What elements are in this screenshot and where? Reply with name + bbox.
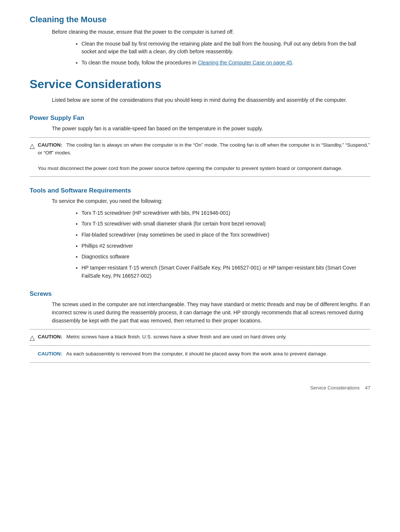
caution-body-1: The cooling fan is always on when the co…	[38, 142, 370, 155]
caution-box-2: △ CAUTION: Metric screws have a black fi…	[30, 329, 370, 346]
list-item: To clean the mouse body, follow the proc…	[81, 59, 370, 67]
service-considerations-heading: Service Considerations	[30, 77, 370, 91]
service-considerations-intro: Listed below are some of the considerati…	[52, 96, 370, 104]
caution-box-3: △ CAUTION: As each subassembly is remove…	[30, 350, 370, 363]
bullet2-prefix: To clean the mouse body, follow the proc…	[81, 60, 198, 66]
list-item: Flat-bladed screwdriver (may sometimes b…	[81, 231, 370, 239]
caution-body-3	[64, 351, 66, 357]
power-supply-fan-description: The power supply fan is a variable-speed…	[52, 125, 370, 133]
caution-text-3: CAUTION: As each subassembly is removed …	[38, 350, 327, 358]
list-item: Diagnostics software	[81, 253, 370, 261]
footer-page: 47	[365, 385, 370, 391]
caution-text-1: CAUTION: The cooling fan is always on wh…	[38, 141, 370, 173]
tools-requirements-intro: To service the computer, you need the fo…	[52, 197, 370, 205]
list-item: Torx T-15 screwdriver with small diamete…	[81, 220, 370, 228]
caution-box-1: △ CAUTION: The cooling fan is always on …	[30, 137, 370, 177]
caution-label-1: CAUTION:	[38, 142, 62, 148]
page-content: Cleaning the Mouse Before cleaning the m…	[30, 15, 370, 391]
bullet2-suffix: .	[292, 60, 294, 66]
screws-description: The screws used in the computer are not …	[52, 301, 370, 325]
caution-text-2: CAUTION: Metric screws have a black fini…	[38, 333, 287, 341]
caution-label-3: CAUTION:	[38, 351, 62, 357]
footer-text: Service Considerations	[310, 385, 360, 391]
cleaning-mouse-intro: Before cleaning the mouse, ensure that t…	[52, 28, 370, 36]
power-supply-fan-heading: Power Supply Fan	[30, 114, 370, 122]
power-supply-fan-section: Power Supply Fan The power supply fan is…	[30, 114, 370, 176]
list-item: Phillips #2 screwdriver	[81, 242, 370, 250]
screws-heading: Screws	[30, 290, 370, 298]
tools-requirements-section: Tools and Software Requirements To servi…	[30, 187, 370, 280]
cleaning-case-link[interactable]: Cleaning the Computer Case on page 45	[198, 60, 292, 66]
list-item: Clean the mouse ball by first removing t…	[81, 40, 370, 56]
caution-content-1	[64, 142, 66, 148]
tools-requirements-list: Torx T-15 screwdriver (HP screwdriver wi…	[81, 209, 370, 280]
cleaning-mouse-list: Clean the mouse ball by first removing t…	[81, 40, 370, 67]
caution-label-2: CAUTION:	[38, 334, 62, 339]
cleaning-mouse-section: Cleaning the Mouse Before cleaning the m…	[30, 15, 370, 67]
caution-follow-1: You must disconnect the power cord from …	[38, 165, 343, 171]
cleaning-mouse-heading: Cleaning the Mouse	[30, 15, 370, 24]
service-considerations-section: Service Considerations Listed below are …	[30, 77, 370, 104]
tools-requirements-heading: Tools and Software Requirements	[30, 187, 370, 194]
page-footer: Service Considerations 47	[30, 385, 370, 391]
list-item: HP tamper-resistant T-15 wrench (Smart C…	[81, 264, 370, 280]
screws-section: Screws The screws used in the computer a…	[30, 290, 370, 363]
caution-icon-1: △	[30, 142, 35, 150]
list-item: Torx T-15 screwdriver (HP screwdriver wi…	[81, 209, 370, 217]
caution-icon-2: △	[30, 334, 35, 342]
